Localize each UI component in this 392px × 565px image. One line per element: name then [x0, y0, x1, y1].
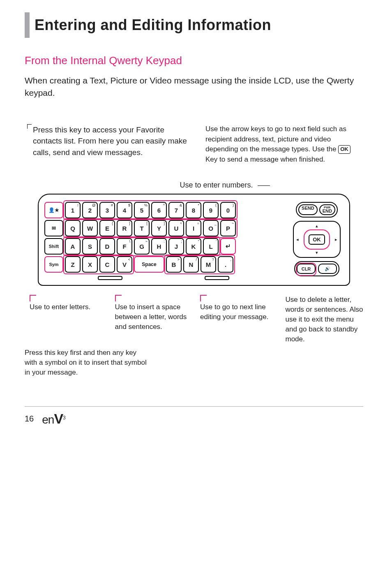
- letter-key-x: X: [82, 256, 98, 273]
- arrow-left-icon: ◂: [296, 237, 299, 242]
- arrows-callout-post: Key to send a message when finished.: [205, 155, 325, 163]
- letter-key-u: U+: [168, 220, 184, 236]
- pwr-end-key: PWR END: [319, 204, 335, 215]
- keyboard-diagram: 👤★ 1!2@3#4$5%6^7&8*9(0) ✉ QWE{R}T[Y]U+I=…: [38, 194, 350, 286]
- number-key-7: 7&: [168, 202, 184, 218]
- person-star-icon: 👤★: [48, 207, 59, 213]
- key-symbol: ]: [164, 221, 165, 225]
- arrow-down-icon: ▾: [316, 250, 318, 255]
- key-symbol: ,: [230, 257, 231, 262]
- messaging-key: ✉: [44, 220, 63, 236]
- arrow-right-icon: ▸: [335, 237, 337, 242]
- letter-key-a: A: [65, 238, 81, 255]
- top-callouts-row: Press this key to access your Favorite c…: [25, 124, 363, 165]
- speaker-key: 🔊: [318, 264, 337, 274]
- key-symbol: &: [180, 203, 182, 207]
- number-key-1: 1!: [65, 202, 81, 218]
- callout-hook-icon: [115, 295, 122, 301]
- letter-key-.: .,: [218, 256, 233, 273]
- number-key-5: 5%: [134, 202, 150, 218]
- letter-key-d: D: [99, 238, 115, 255]
- key-symbol: #: [111, 203, 113, 207]
- leader-line-icon: [258, 185, 270, 186]
- page-heading-block: Entering and Editing Information: [25, 12, 363, 38]
- key-symbol: ': [216, 239, 217, 243]
- numbers-callout-text: Use to enter numbers.: [180, 181, 253, 189]
- page-title: Entering and Editing Information: [35, 16, 271, 34]
- ok-key: OK: [309, 234, 325, 245]
- space-key: Space: [134, 256, 164, 273]
- letter-key-g: G~: [134, 238, 150, 255]
- key-symbol: ": [198, 239, 199, 243]
- number-key-6: 6^: [151, 202, 167, 218]
- clr-speaker-cluster: CLR 🔊: [294, 261, 339, 276]
- keyboard-nub: [98, 276, 122, 280]
- key-symbol: !: [77, 203, 78, 207]
- key-symbol: <: [128, 257, 130, 262]
- send-end-cluster: SEND PWR END: [296, 202, 338, 218]
- letter-key-k: K": [186, 238, 201, 255]
- number-key-0: 0): [220, 202, 236, 218]
- key-symbol: ;: [181, 239, 182, 243]
- letter-key-s: S: [82, 238, 98, 255]
- ok-key-icon: OK: [338, 145, 350, 154]
- heading-accent-bar: [25, 12, 30, 38]
- enter-icon: ↵: [226, 243, 231, 250]
- number-key-4: 4$: [117, 202, 132, 218]
- key-symbol: =: [197, 221, 199, 225]
- logo-suffix: 3: [63, 414, 65, 420]
- key-symbol: :: [164, 239, 165, 243]
- key-symbol: {: [112, 221, 113, 225]
- letter-key-i: I=: [186, 220, 201, 236]
- letter-key-w: W: [82, 220, 98, 236]
- letter-key-c: C: [99, 256, 115, 273]
- key-symbol: ~: [232, 221, 234, 225]
- key-symbol: ~: [145, 239, 148, 243]
- arrow-up-icon: ▴: [316, 223, 318, 229]
- key-symbol: }: [129, 221, 130, 225]
- callout-hook-icon: [30, 295, 36, 301]
- clr-key: CLR: [297, 264, 316, 274]
- letter-key-t: T[: [134, 220, 150, 236]
- key-symbol: _: [214, 221, 217, 225]
- key-symbol: *: [198, 203, 199, 207]
- letter-key-y: Y]: [151, 220, 167, 236]
- space-label: Space: [142, 262, 156, 267]
- key-symbol: +: [180, 221, 182, 225]
- logo-v: V: [54, 411, 63, 426]
- letter-key-e: E{: [99, 220, 115, 236]
- bottom-callouts-row: Use to enter letters. Use to insert a sp…: [25, 292, 363, 344]
- callout-hook-icon: [27, 124, 32, 129]
- letter-key-n: N/: [183, 256, 199, 273]
- envelope-icon: ✉: [52, 225, 56, 231]
- space-callout: Use to insert a space between a letter, …: [115, 303, 187, 331]
- key-symbol: [: [146, 221, 148, 225]
- number-key-3: 3#: [99, 202, 115, 218]
- send-key: SEND: [298, 204, 318, 215]
- key-symbol: %: [144, 203, 148, 207]
- letter-key-j: J;: [168, 238, 184, 255]
- numbers-callout: Use to enter numbers.: [25, 181, 363, 190]
- clr-callout: Use to delete a letter, words or sentenc…: [286, 296, 363, 343]
- number-key-8: 8*: [186, 202, 201, 218]
- sym-key: Sym: [44, 256, 63, 273]
- key-symbol: ^: [163, 203, 165, 207]
- letter-key-f: F\: [117, 238, 132, 255]
- end-label: END: [323, 209, 332, 213]
- letter-key-r: R}: [117, 220, 132, 236]
- key-symbol: $: [128, 203, 130, 207]
- key-symbol: \: [129, 239, 130, 243]
- nextline-callout: Use to go to next line editing your mess…: [200, 303, 268, 321]
- enter-key: ↵: [220, 238, 236, 255]
- number-key-9: 9(: [203, 202, 219, 218]
- key-symbol: ): [233, 203, 234, 207]
- letter-key-z: Z: [65, 256, 81, 273]
- key-symbol: (: [215, 203, 217, 207]
- key-symbol: /: [196, 257, 197, 262]
- letters-callout: Use to enter letters.: [30, 303, 90, 311]
- logo-prefix: en: [42, 413, 54, 426]
- shift-key: Shift: [44, 238, 63, 255]
- key-symbol: @: [92, 203, 96, 207]
- intro-paragraph: When creating a Text, Picture or Video m…: [25, 74, 363, 100]
- section-subheading: From the Internal Qwerty Keypad: [25, 54, 363, 67]
